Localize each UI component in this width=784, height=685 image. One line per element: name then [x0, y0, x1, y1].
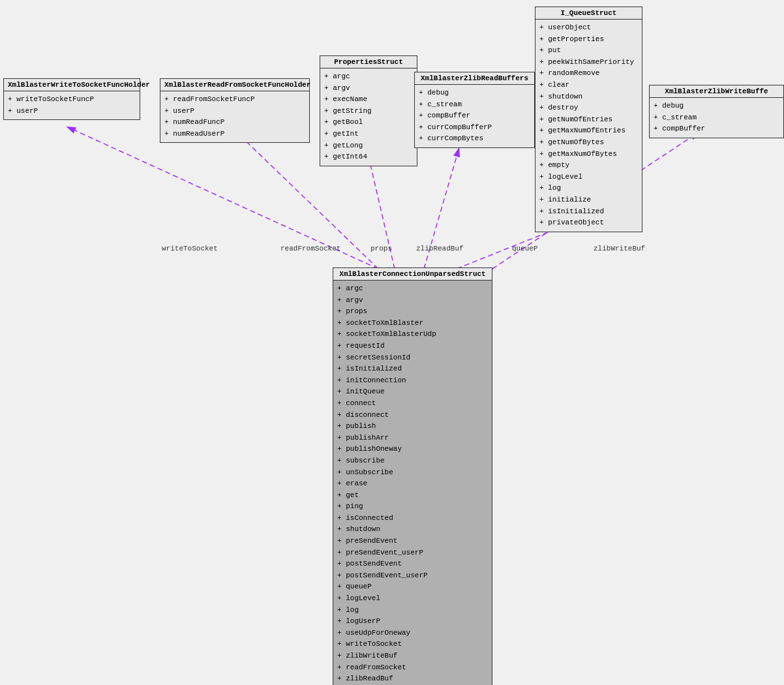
edge-label-queue: queueP [512, 245, 538, 252]
xmlblaster-write-box: XmlBlasterWriteToSocketFuncHolder + writ… [3, 78, 140, 120]
connection-title: XmlBlasterConnectionUnparsedStruct [333, 268, 492, 281]
xmlblaster-write-title: XmlBlasterWriteToSocketFuncHolder [4, 79, 140, 91]
properties-members: + argc + argv + execName + getString + g… [320, 68, 417, 166]
zlib-write-title: XmlBlasterZlibWriteBuffe [650, 85, 783, 98]
xmlblaster-read-title: XmlBlasterReadFromSocketFuncHolder [160, 79, 309, 91]
connection-members: + argc + argv + props + socketToXmlBlast… [333, 281, 492, 685]
edge-label-zlib-read: zlibReadBuf [416, 245, 464, 252]
diagram-container: XmlBlasterWriteToSocketFuncHolder + writ… [0, 0, 784, 685]
iqueue-title: I_QueueStruct [535, 7, 642, 20]
zlib-write-members: + debug + c_stream + compBuffer [650, 98, 783, 138]
edge-label-write-to-socket: writeToSocket [162, 245, 218, 252]
connection-box: XmlBlasterConnectionUnparsedStruct + arg… [333, 267, 492, 685]
zlib-write-box: XmlBlasterZlibWriteBuffe + debug + c_str… [649, 85, 784, 138]
properties-box: PropertiesStruct + argc + argv + execNam… [320, 55, 417, 166]
xmlblaster-read-box: XmlBlasterReadFromSocketFuncHolder + rea… [160, 78, 310, 143]
properties-title: PropertiesStruct [320, 56, 417, 68]
zlib-read-members: + debug + c_stream + compBuffer + currCo… [415, 85, 534, 147]
edge-label-props: props [370, 245, 392, 252]
iqueue-members: + userObject + getProperties + put + pee… [535, 20, 642, 232]
iqueue-box: I_QueueStruct + userObject + getProperti… [535, 7, 642, 232]
zlib-read-title: XmlBlasterZlibReadBuffers [415, 72, 534, 85]
zlib-read-box: XmlBlasterZlibReadBuffers + debug + c_st… [414, 72, 535, 148]
xmlblaster-write-members: + writeToSocketFuncP + userP [4, 91, 140, 119]
edge-label-read-from-socket: readFromSocket [280, 245, 340, 252]
xmlblaster-read-members: + readFromSocketFuncP + userP + numReadF… [160, 91, 309, 142]
edge-label-zlib-write: zlibWriteBuf [594, 245, 645, 252]
